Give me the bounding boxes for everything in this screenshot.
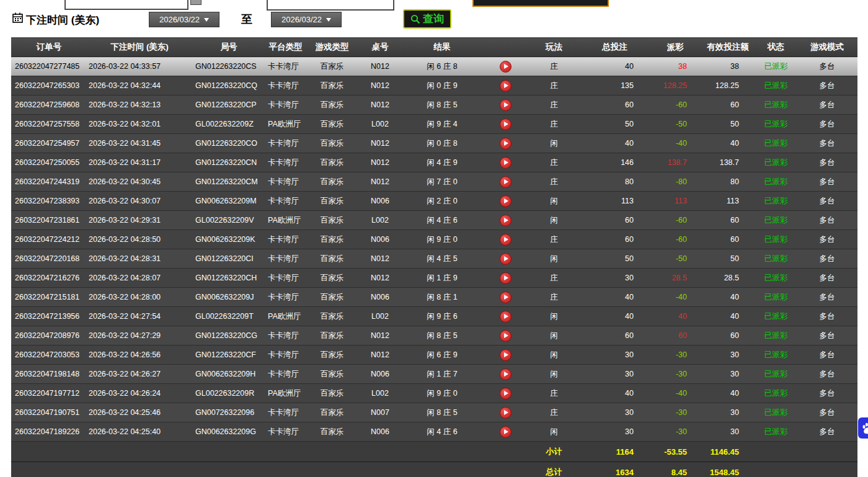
- table-row[interactable]: 2603220472774852026-03-22 04:33:57GN0122…: [11, 57, 857, 76]
- date-from-select[interactable]: 2026/03/22: [149, 12, 219, 27]
- play-video-button[interactable]: [500, 292, 512, 303]
- play-video-button[interactable]: [500, 272, 512, 284]
- table-number: N006: [358, 192, 402, 211]
- status: 已派彩: [755, 269, 797, 288]
- query-button[interactable]: 查询: [403, 9, 451, 29]
- play-video-button[interactable]: [500, 330, 512, 342]
- table-row[interactable]: 2603220472443192026-03-22 04:30:45GN0122…: [11, 172, 857, 192]
- table-row[interactable]: 2603220471981482026-03-22 04:26:27GN0062…: [11, 365, 857, 384]
- play-video-button[interactable]: [500, 61, 512, 73]
- total-bet: 30: [580, 422, 650, 442]
- table-row[interactable]: 2603220471977122026-03-22 04:26:24GL0022…: [11, 384, 857, 403]
- table-row[interactable]: 2603220471907512026-03-22 04:25:46GN0072…: [11, 403, 857, 422]
- play-video-button[interactable]: [500, 215, 512, 226]
- table-row[interactable]: 2603220472596082026-03-22 04:32:13GN0122…: [11, 96, 857, 115]
- play-video-button[interactable]: [500, 426, 512, 438]
- bet-type: 闲: [528, 192, 580, 211]
- round-id: GN012263220CI: [192, 249, 265, 269]
- play-icon: [504, 160, 508, 165]
- game-mode: 多台: [797, 172, 857, 192]
- round-id: GN0062632209G: [192, 422, 265, 442]
- bet-time: 2026-03-22 04:32:13: [87, 96, 192, 115]
- table-row[interactable]: 2603220472089762026-03-22 04:27:29GN0122…: [11, 326, 857, 345]
- result-video-cell: [482, 403, 528, 422]
- status: 已派彩: [755, 422, 797, 442]
- table-row[interactable]: 2603220472318612026-03-22 04:29:31GL0022…: [11, 211, 857, 230]
- table-row[interactable]: 2603220472162762026-03-22 04:28:07GN0122…: [11, 269, 857, 288]
- game-type: 百家乐: [306, 172, 358, 192]
- platform-type: 卡卡湾厅: [265, 192, 306, 211]
- game-type: 百家乐: [306, 134, 358, 153]
- date-to-select[interactable]: 2026/03/22: [271, 12, 342, 27]
- play-video-button[interactable]: [500, 138, 512, 149]
- table-row[interactable]: 2603220472151812026-03-22 04:28:00GN0062…: [11, 288, 857, 307]
- play-video-button[interactable]: [500, 99, 512, 111]
- bet-time: 2026-03-22 04:28:50: [87, 230, 192, 249]
- play-video-button[interactable]: [500, 388, 512, 399]
- result-video-cell: [482, 307, 528, 326]
- top-input-1[interactable]: [64, 0, 188, 10]
- column-header: 游戏模式: [797, 38, 857, 57]
- baidu-logo-icon[interactable]: [858, 417, 868, 439]
- play-video-button[interactable]: [500, 349, 512, 361]
- table-row[interactable]: 2603220472201682026-03-22 04:28:31GN0122…: [11, 249, 857, 269]
- order-number: 260322047259608: [11, 96, 87, 115]
- game-mode: 多台: [797, 192, 857, 211]
- table-row[interactable]: 2603220472030532026-03-22 04:26:56GN0122…: [11, 345, 857, 365]
- game-mode: 多台: [797, 153, 857, 172]
- table-number: N012: [358, 57, 402, 76]
- table-number: N006: [358, 230, 402, 249]
- play-video-button[interactable]: [500, 311, 512, 323]
- play-video-button[interactable]: [500, 407, 512, 419]
- status: 已派彩: [755, 249, 797, 269]
- top-calendar-icon[interactable]: [190, 0, 202, 5]
- platform-type: 卡卡湾厅: [265, 249, 306, 269]
- top-dropdown[interactable]: [472, 0, 609, 7]
- play-video-button[interactable]: [500, 195, 512, 207]
- result: 闲 9 庄 0: [402, 230, 482, 249]
- result: 闲 8 庄 1: [402, 288, 482, 307]
- play-icon: [504, 218, 508, 223]
- result-video-cell: [482, 230, 528, 249]
- result: 闲 9 庄 6: [402, 307, 482, 326]
- bet-type: 闲: [528, 211, 580, 230]
- total-bet: 135: [580, 76, 650, 96]
- play-video-button[interactable]: [500, 80, 512, 92]
- table-row[interactable]: 2603220471892262026-03-22 04:25:40GN0062…: [11, 422, 857, 442]
- order-number: 260322047215181: [11, 288, 87, 307]
- status: 已派彩: [755, 326, 797, 345]
- top-input-2[interactable]: [267, 0, 394, 11]
- platform-type: 卡卡湾厅: [265, 230, 306, 249]
- play-video-button[interactable]: [500, 176, 512, 188]
- table-row[interactable]: 2603220472383932026-03-22 04:30:07GN0062…: [11, 192, 857, 211]
- table-row[interactable]: 2603220472549572026-03-22 04:31:45GN0122…: [11, 134, 857, 153]
- game-type: 百家乐: [306, 57, 358, 76]
- play-video-button[interactable]: [500, 157, 512, 169]
- platform-type: 卡卡湾厅: [265, 172, 306, 192]
- table-row[interactable]: 2603220472242122026-03-22 04:28:50GN0062…: [11, 230, 857, 249]
- play-video-button[interactable]: [500, 234, 512, 246]
- valid-bet: 30: [701, 345, 755, 365]
- table-row[interactable]: 2603220472139562026-03-22 04:27:54GL0022…: [11, 307, 857, 326]
- play-video-button[interactable]: [500, 253, 512, 265]
- table-number: N012: [358, 76, 402, 96]
- column-header: 总投注: [580, 38, 650, 57]
- table-row[interactable]: 2603220472575582026-03-22 04:32:01GL0022…: [11, 115, 857, 134]
- order-number: 260322047254957: [11, 134, 87, 153]
- order-number: 260322047238393: [11, 192, 87, 211]
- bet-time: 2026-03-22 04:28:31: [87, 249, 192, 269]
- valid-bet: 40: [701, 288, 755, 307]
- result-video-cell: [482, 211, 528, 230]
- play-icon: [504, 391, 508, 396]
- round-id: GL0022632209V: [192, 211, 265, 230]
- play-icon: [504, 141, 508, 146]
- table-row[interactable]: 2603220472653032026-03-22 04:32:44GN0122…: [11, 76, 857, 96]
- round-id: GN0062632209H: [192, 365, 265, 384]
- round-id: GN0062632209K: [192, 230, 265, 249]
- result-video-cell: [482, 192, 528, 211]
- payout: -30: [650, 403, 701, 422]
- table-row[interactable]: 2603220472500552026-03-22 04:31:17GN0122…: [11, 153, 857, 172]
- play-video-button[interactable]: [500, 368, 512, 380]
- records-tbody: 2603220472774852026-03-22 04:33:57GN0122…: [11, 57, 857, 442]
- play-video-button[interactable]: [500, 118, 512, 130]
